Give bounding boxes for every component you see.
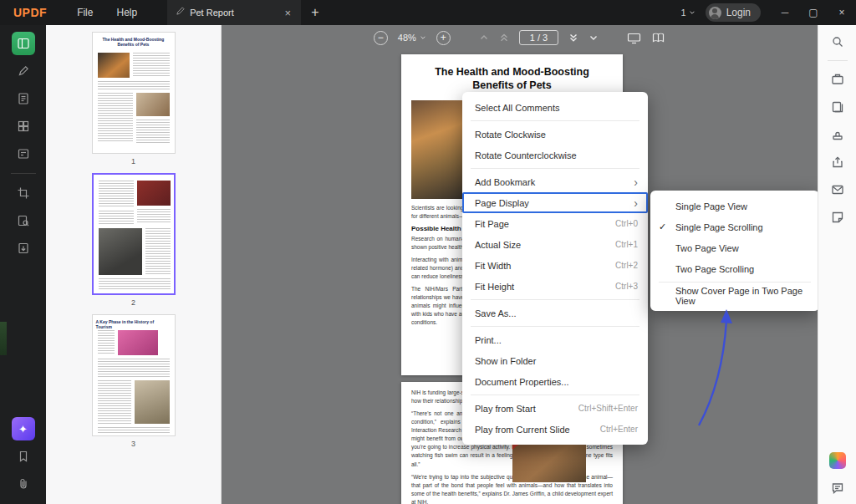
menu-item-label: Fit Width [475, 261, 511, 271]
menu-item-rotate-counterclockwise[interactable]: Rotate Counterclockwise [462, 145, 648, 165]
thumbnail-page-2[interactable]: 2 [90, 173, 177, 307]
thumb1-cat-photo [98, 53, 130, 78]
thumbnail-panel: The Health and Mood-Boosting Benefits of… [46, 25, 222, 504]
menu-item-shortcut: Ctrl+Shift+Enter [578, 404, 638, 413]
menu-separator [471, 395, 639, 395]
count-dropdown[interactable]: 1 [681, 8, 696, 18]
last-page-icon[interactable] [568, 33, 578, 43]
document-title: The Health and Mood-Boosting Benefits of… [423, 65, 601, 93]
rail-divider [828, 60, 848, 61]
menu-item-label: Fit Height [475, 282, 514, 292]
submenu-item-single-page-view[interactable]: Single Page View [650, 196, 818, 216]
view-toolbar: − 48% + 1 / 3 [222, 25, 818, 50]
export-pages-icon[interactable] [12, 237, 35, 260]
submenu-item-two-page-scrolling[interactable]: Two Page Scrolling [650, 258, 818, 279]
menu-item-fit-width[interactable]: Fit Width Ctrl+2 [462, 255, 648, 276]
thumb1-text [136, 120, 170, 143]
window-controls: ─ ▢ × [771, 0, 856, 25]
ai-assistant-icon[interactable]: ✦ [12, 417, 35, 440]
next-page-icon[interactable] [588, 33, 599, 43]
submenu-item-show-cover-page-in-two-page-view[interactable]: Show Cover Page in Two Page View [650, 285, 818, 306]
page-number-input[interactable]: 1 / 3 [519, 30, 558, 45]
login-button[interactable]: Login [706, 3, 761, 22]
menu-item-label: Rotate Counterclockwise [475, 150, 577, 160]
zoom-in-button[interactable]: + [436, 31, 451, 45]
bookmarks-icon[interactable] [12, 445, 35, 468]
menu-item-actual-size[interactable]: Actual Size Ctrl+1 [462, 234, 648, 255]
tab-close-icon[interactable]: × [283, 7, 293, 19]
context-menu: Select All Comments Rotate Clockwise Rot… [462, 92, 648, 445]
menu-item-page-display[interactable]: Page Display › [462, 192, 648, 213]
new-tab-button[interactable]: + [301, 5, 329, 20]
submenu-item-label: Two Page Scrolling [675, 264, 754, 274]
thumb2-text [99, 278, 171, 290]
menu-help[interactable]: Help [104, 0, 149, 25]
thumb3-text [98, 380, 131, 424]
menu-item-label: Add Bookmark [475, 177, 535, 187]
stamps-panel-icon[interactable] [828, 125, 847, 144]
reader-panel-icon[interactable] [12, 32, 35, 55]
menu-item-play-from-current-slide[interactable]: Play from Current Slide Ctrl+Enter [462, 419, 648, 440]
ocr-icon[interactable] [12, 209, 35, 232]
menu-separator [471, 168, 639, 169]
menu-separator [471, 326, 639, 327]
two-page-view-icon[interactable] [651, 32, 665, 44]
attachments-icon[interactable] [12, 472, 35, 496]
menu-item-label: Fit Page [475, 219, 509, 229]
submenu-item-single-page-scrolling[interactable]: ✓ Single Page Scrolling [650, 216, 818, 237]
presentation-mode-icon[interactable] [627, 32, 641, 44]
menu-item-fit-page[interactable]: Fit Page Ctrl+0 [462, 213, 648, 234]
crop-icon[interactable] [12, 181, 35, 205]
menu-item-save-as[interactable]: Save As... [462, 303, 648, 323]
menu-file[interactable]: File [65, 0, 104, 25]
menu-item-label: Print... [475, 335, 502, 345]
thumb1-text [133, 53, 170, 78]
titlebar: UPDF File Help Pet Report × + 1 Login ─ … [0, 0, 856, 25]
document-tab[interactable]: Pet Report × [167, 0, 301, 25]
mail-icon[interactable] [828, 181, 847, 199]
menu-item-label: Show in Folder [475, 356, 536, 366]
forms-icon[interactable] [12, 142, 35, 165]
zoom-out-button[interactable]: − [374, 31, 388, 45]
submenu-item-label: Single Page View [675, 201, 747, 211]
thumb3-tower-photo [135, 380, 170, 424]
annotate-icon[interactable] [12, 59, 35, 83]
menu-item-print[interactable]: Print... [462, 329, 648, 350]
thumb3-text [98, 427, 170, 434]
page-number-label: 1 [90, 157, 177, 165]
menu-item-play-from-start[interactable]: Play from Start Ctrl+Shift+Enter [462, 398, 648, 419]
menu-item-shortcut: Ctrl+3 [615, 282, 638, 291]
menu-item-add-bookmark[interactable]: Add Bookmark › [462, 171, 648, 192]
previous-page-icon[interactable] [479, 33, 489, 43]
menu-item-fit-height[interactable]: Fit Height Ctrl+3 [462, 276, 648, 297]
thumbnail-page-1[interactable]: The Health and Mood-Boosting Benefits of… [90, 32, 177, 165]
thumbnail-page-3[interactable]: A Key Phase in the History of Tourism 3 [90, 314, 177, 448]
sticky-note-icon[interactable] [828, 208, 847, 227]
background-window-sliver [0, 322, 7, 355]
menu-item-label: Actual Size [475, 240, 521, 250]
ai-feature-icon[interactable] [828, 451, 847, 470]
page-number-label: 3 [90, 440, 177, 448]
comments-panel-icon[interactable] [828, 479, 847, 497]
submenu-item-label: Single Page Scrolling [675, 222, 763, 232]
share-icon[interactable] [828, 153, 847, 171]
menu-separator [471, 120, 639, 121]
menu-item-show-in-folder[interactable]: Show in Folder [462, 350, 648, 371]
menu-item-document-properties[interactable]: Document Properties... [462, 371, 648, 392]
edit-text-icon[interactable] [12, 87, 35, 110]
submenu-arrow-icon: › [634, 176, 638, 188]
organize-pages-icon[interactable] [12, 115, 35, 138]
zoom-level-dropdown[interactable]: 48% [398, 33, 426, 43]
submenu-item-two-page-view[interactable]: Two Page View [650, 237, 818, 258]
menu-item-rotate-clockwise[interactable]: Rotate Clockwise [462, 124, 648, 145]
pages-panel-icon[interactable] [828, 98, 847, 116]
toolbox-icon[interactable] [828, 70, 847, 89]
close-button[interactable]: × [828, 0, 856, 25]
first-page-icon[interactable] [499, 33, 509, 43]
minimize-button[interactable]: ─ [771, 0, 799, 25]
search-icon[interactable] [828, 33, 847, 51]
left-toolbar: ✦ [0, 25, 46, 504]
count-label: 1 [681, 8, 686, 18]
maximize-button[interactable]: ▢ [799, 0, 828, 25]
menu-item-select-all-comments[interactable]: Select All Comments [462, 97, 648, 118]
